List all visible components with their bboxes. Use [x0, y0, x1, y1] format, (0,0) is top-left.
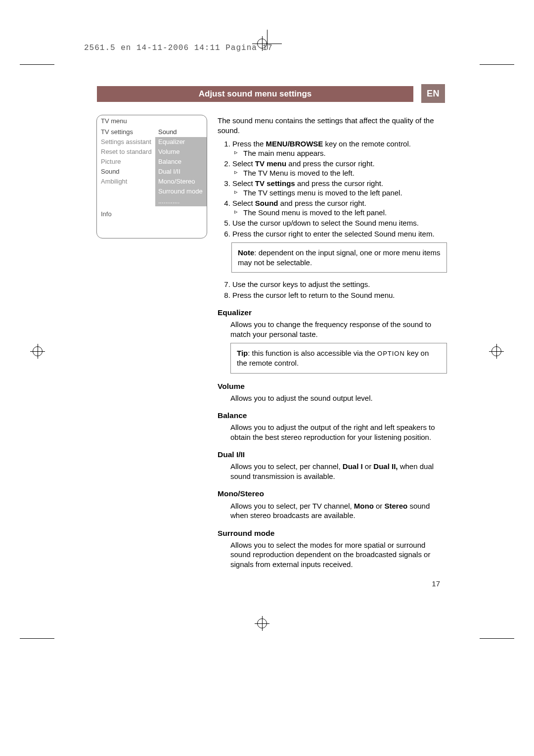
menu-right-item: Equalizer [155, 137, 207, 147]
step: Select TV menu and press the cursor righ… [232, 159, 447, 178]
step-result: The TV Menu is moved to the left. [232, 168, 447, 178]
menu-right-item: Surround mode [155, 187, 207, 196]
menu-left-item [97, 196, 155, 206]
step: Select Sound and press the cursor right.… [232, 198, 447, 217]
menu-right-item: Dual I/II [155, 167, 207, 177]
section-heading: Surround mode [218, 528, 447, 538]
menu-left-item [97, 187, 155, 196]
register-mark [257, 618, 267, 628]
menu-right-header: Sound [155, 127, 207, 137]
folio-header: 2561.5 en 14-11-2006 14:11 Pagina 17 [84, 44, 273, 52]
crop-mark [20, 638, 54, 639]
intro-text: The sound menu contains the settings tha… [218, 116, 447, 135]
menu-right-item: Volume [155, 147, 207, 157]
step: Select TV settings and press the cursor … [232, 179, 447, 197]
section-body: Allows you to select the modes for more … [218, 540, 447, 569]
menu-left-item: Reset to standard [97, 147, 155, 157]
menu-right-item: Balance [155, 157, 207, 167]
menu-left-item: TV settings [97, 127, 155, 137]
menu-left-item: Settings assistant [97, 137, 155, 147]
menu-left-item: Picture [97, 157, 155, 167]
section-body: Allows you to select, per channel, Dual … [218, 462, 447, 481]
register-mark [33, 346, 43, 356]
crop-mark [480, 638, 514, 639]
instruction-list-2: Use the cursor keys to adjust the settin… [218, 280, 447, 300]
tip-box: Tip: this function is also accessible vi… [230, 343, 447, 373]
menu-title: TV menu [97, 115, 207, 127]
section-heading: Equalizer [218, 308, 447, 318]
body-column: The sound menu contains the settings tha… [218, 116, 447, 572]
section-body: Allows you to select, per TV channel, Mo… [218, 501, 447, 520]
note-box: Note: dependent on the input signal, one… [231, 242, 447, 273]
page-number: 17 [432, 579, 440, 588]
instruction-list: Press the MENU/BROWSE key on the remote … [218, 139, 447, 238]
section-body: Allows you to adjust the output of the r… [218, 423, 447, 442]
step-result: The TV settings menu is moved to the lef… [232, 188, 447, 198]
step: Use the cursor keys to adjust the settin… [232, 280, 447, 289]
section-heading: Balance [218, 411, 447, 421]
tv-menu-illustration: TV menu TV settings Sound Settings assis… [96, 115, 207, 238]
step-result: The main menu appears. [232, 148, 447, 158]
register-mark [491, 346, 501, 356]
section-body: Allows you to change the frequency respo… [218, 320, 447, 339]
crop-mark [480, 64, 514, 65]
manual-page: 2561.5 en 14-11-2006 14:11 Pagina 17 Adj… [0, 0, 534, 756]
section-heading: Mono/Stereo [218, 489, 447, 499]
section-heading: Dual I/II [218, 450, 447, 460]
menu-right-item: ............ [155, 196, 207, 206]
menu-left-item: Ambilight [97, 177, 155, 187]
menu-right-item: Mono/Stereo [155, 177, 207, 187]
step: Press the cursor left to return to the S… [232, 290, 447, 300]
menu-left-item: Sound [97, 167, 155, 177]
language-tab: EN [421, 84, 445, 103]
step: Use the cursor up/down to select the Sou… [232, 218, 447, 228]
step-result: The Sound menu is moved to the left pane… [232, 208, 447, 218]
section-title: Adjust sound menu settings [97, 86, 413, 102]
section-heading: Volume [218, 381, 447, 391]
crop-mark [20, 64, 54, 65]
step: Press the cursor right to enter the sele… [232, 229, 447, 239]
menu-info: Info [97, 206, 207, 238]
section-body: Allows you to adjust the sound output le… [218, 393, 447, 403]
step: Press the MENU/BROWSE key on the remote … [232, 139, 447, 158]
